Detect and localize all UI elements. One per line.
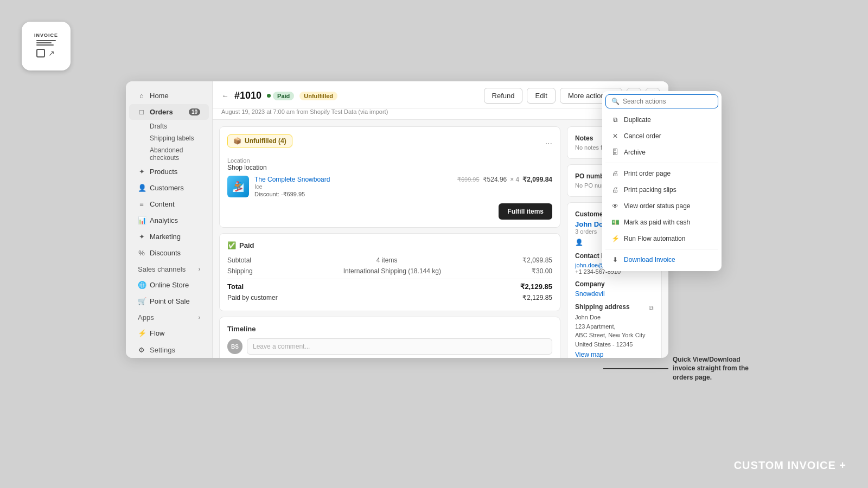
product-sale-price: ₹524.96 — [483, 176, 507, 183]
search-actions-input[interactable] — [623, 98, 712, 105]
sidebar-item-orders[interactable]: □ Orders 10 — [129, 104, 209, 120]
sidebar-item-discounts-label: Discounts — [150, 249, 181, 257]
content-icon: ≡ — [138, 200, 145, 208]
dropdown-view-status[interactable]: 👁 View order status page — [605, 198, 718, 214]
sidebar-sub-abandoned[interactable]: Abandoned checkouts — [129, 144, 209, 164]
dropdown-print-slips[interactable]: 🖨 Print packing slips — [605, 182, 718, 198]
shipping-line3: United States - 12345 — [575, 340, 654, 349]
timeline-input-area: BS Leave a comment... — [227, 338, 552, 355]
payment-header: ✅ Paid — [227, 241, 552, 249]
subtotal-amount: ₹2,099.85 — [522, 256, 552, 264]
company-link[interactable]: Snowdevil — [575, 290, 654, 298]
sidebar-sub-drafts[interactable]: Drafts — [129, 120, 209, 132]
unfulfilled-menu-icon[interactable]: ··· — [545, 139, 552, 149]
content-scroll: 📦 Unfulfilled (4) ··· Location Shop loca… — [213, 120, 668, 358]
product-discount: Discount: -₹699.95 — [254, 191, 452, 198]
comment-input[interactable]: Leave a comment... — [247, 338, 552, 355]
dropdown-run-flow[interactable]: ⚡ Run Flow automation — [605, 230, 718, 247]
total-amount: ₹2,129.85 — [520, 282, 552, 291]
archive-label: Archive — [624, 149, 646, 156]
copy-address-icon[interactable]: ⧉ — [649, 304, 654, 312]
sidebar-item-content[interactable]: ≡ Content — [129, 196, 209, 212]
sidebar-item-point-of-sale[interactable]: 🛒 Point of Sale — [129, 293, 209, 309]
subtotal-row: Subtotal 4 items ₹2,099.85 — [227, 255, 552, 266]
sidebar-item-home[interactable]: ⌂ Home — [129, 88, 209, 104]
company-title: Company — [575, 280, 654, 288]
order-header-left: ← #1010 Paid Unfulfilled — [221, 90, 337, 101]
edit-button[interactable]: Edit — [527, 88, 555, 104]
unfulfilled-badge-header: Unfulfilled — [299, 92, 337, 100]
settings-icon: ⚙ — [138, 346, 145, 354]
sidebar-item-marketing-label: Marketing — [150, 233, 181, 241]
unfulfilled-label: Unfulfilled (4) — [245, 137, 286, 145]
subtotal-items: 4 items — [376, 256, 398, 264]
dropdown-cancel[interactable]: ✕ Cancel order — [605, 128, 718, 144]
dropdown-duplicate[interactable]: ⧉ Duplicate — [605, 112, 718, 128]
paid-by-label: Paid by customer — [227, 294, 278, 301]
sidebar-item-products[interactable]: ✦ Products — [129, 164, 209, 179]
app-icon-label: INVOICE — [34, 33, 58, 38]
refund-button[interactable]: Refund — [484, 88, 523, 104]
pos-icon: 🛒 — [138, 297, 145, 305]
home-icon: ⌂ — [138, 92, 145, 100]
sidebar-item-online-store[interactable]: 🌐 Online Store — [129, 277, 209, 293]
payment-check-icon: ✅ — [227, 241, 236, 249]
dropdown-download-invoice[interactable]: ⬇ Download Invoice — [605, 252, 718, 268]
shipping-label: Shipping — [227, 267, 253, 275]
sidebar-sales-channels[interactable]: Sales channels › — [129, 261, 209, 277]
sidebar-item-settings[interactable]: ⚙ Settings — [129, 342, 209, 358]
print-order-label: Print order page — [624, 170, 671, 177]
sales-channels-chevron: › — [199, 266, 200, 272]
sidebar-item-customers-label: Customers — [150, 184, 184, 192]
product-pricing-area: ₹699.95 ₹524.96 × 4 ₹2,099.84 — [457, 176, 552, 183]
timeline-title: Timeline — [227, 325, 552, 333]
unfulfilled-card: 📦 Unfulfilled (4) ··· Location Shop loca… — [219, 126, 560, 228]
search-actions-box[interactable]: 🔍 — [605, 94, 718, 108]
sidebar-item-online-store-label: Online Store — [150, 281, 189, 289]
paid-by-amount: ₹2,129.85 — [522, 294, 552, 301]
archive-icon: 🗄 — [611, 148, 620, 157]
sidebar-item-discounts[interactable]: % Discounts — [129, 245, 209, 261]
dropdown-paid-cash[interactable]: 💵 Mark as paid with cash — [605, 214, 718, 230]
download-invoice-label: Download Invoice — [624, 256, 675, 264]
payment-status-label: Paid — [239, 241, 254, 249]
product-name-link[interactable]: The Complete Snowboard — [254, 176, 452, 183]
customers-icon: 👤 — [138, 184, 145, 192]
sidebar-apps[interactable]: Apps › — [129, 310, 209, 325]
app-icon: INVOICE ↗ — [22, 22, 71, 70]
sidebar-item-flow[interactable]: ⚡ Flow — [129, 325, 209, 341]
customer-profile-icon: 👤 — [575, 239, 583, 246]
dropdown-archive[interactable]: 🗄 Archive — [605, 144, 718, 160]
view-status-label: View order status page — [624, 202, 691, 210]
marketing-icon: ✦ — [138, 233, 145, 241]
run-flow-label: Run Flow automation — [624, 235, 685, 242]
online-store-icon: 🌐 — [138, 281, 145, 289]
sidebar-item-customers[interactable]: 👤 Customers — [129, 180, 209, 196]
sidebar-item-marketing[interactable]: ✦ Marketing — [129, 229, 209, 245]
order-subtitle: August 19, 2023 at 7:00 am from Shopify … — [213, 108, 668, 119]
printer-icon-2: 🖨 — [611, 185, 620, 194]
paid-status-container: Paid — [267, 92, 294, 100]
shipping-section: Shipping address ⧉ John Doe 123 Apartmen… — [575, 303, 654, 358]
more-actions-dropdown: 🔍 ⧉ Duplicate ✕ Cancel order 🗄 Archive 🖨… — [602, 91, 722, 271]
print-slips-label: Print packing slips — [624, 186, 676, 194]
shipping-name: John Doe — [575, 313, 654, 322]
dropdown-print-order[interactable]: 🖨 Print order page — [605, 165, 718, 182]
sidebar-sub-shipping[interactable]: Shipping labels — [129, 132, 209, 144]
back-arrow-icon[interactable]: ← — [221, 92, 229, 100]
orders-badge: 10 — [189, 108, 200, 115]
flow-icon-2: ⚡ — [611, 234, 620, 243]
sidebar: ⌂ Home □ Orders 10 Drafts Shipping label… — [126, 81, 213, 358]
product-row: 🏂 The Complete Snowboard Ice Discount: -… — [227, 176, 552, 198]
x-icon: ✕ — [611, 132, 620, 140]
sidebar-item-pos-label: Point of Sale — [150, 297, 190, 305]
apps-chevron: › — [199, 314, 200, 320]
fulfill-btn-container: Fulfill items — [227, 203, 552, 220]
timeline-card: Timeline BS Leave a comment... ➤ — [219, 317, 560, 358]
payment-card: ✅ Paid Subtotal 4 items ₹2,099.85 Shippi… — [219, 233, 560, 311]
product-image: 🏂 — [227, 176, 249, 197]
fulfill-items-button[interactable]: Fulfill items — [499, 203, 552, 220]
bottom-branding: CUSTOM INVOICE + — [734, 459, 846, 472]
sidebar-item-analytics[interactable]: 📊 Analytics — [129, 213, 209, 228]
subtotal-label: Subtotal — [227, 256, 251, 264]
